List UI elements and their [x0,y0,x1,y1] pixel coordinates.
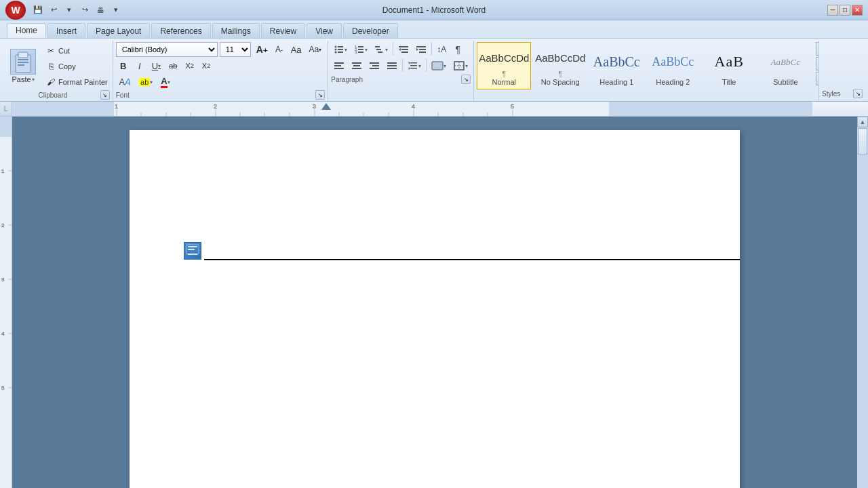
style-subtitle-label: Subtitle [773,78,798,86]
copy-button[interactable]: ⎘ Copy [43,59,110,74]
style-heading2[interactable]: AaBbCc Heading 2 [646,42,700,89]
style-normal[interactable]: AaBbCcDd ¶ Normal [477,42,531,89]
scroll-up-button[interactable]: ▲ [857,117,868,127]
clipboard-expand-button[interactable]: ↘ [100,90,110,100]
style-heading1[interactable]: AaBbCc Heading 1 [589,42,644,89]
paste-button[interactable]: Paste ▾ [5,42,41,90]
svg-rect-90 [188,246,197,247]
main-area: 1 2 3 4 5 ▲ [0,117,868,488]
maximize-button[interactable]: □ [840,5,850,16]
paragraph-row-2: ▾ ▾ ▾ [331,58,471,73]
style-no-spacing-preview: AaBbCcDd [535,45,585,70]
bullets-button[interactable]: ▾ [331,42,350,57]
style-normal-label-area: ¶ Normal [492,70,516,86]
svg-text:1: 1 [115,103,118,110]
style-subtitle-preview: AaBbCc [771,45,800,78]
align-center-button[interactable] [349,58,365,73]
sort-button[interactable]: ↕A [434,42,449,57]
paragraph-group-label: Paragraph [331,76,363,83]
line-spacing-button[interactable]: ▾ [405,58,424,73]
svg-rect-38 [387,65,397,66]
paragraph-separator-3 [402,58,403,72]
vertical-ruler: 1 2 3 4 5 [0,117,12,488]
tab-insert[interactable]: Insert [47,23,85,38]
style-heading1-label: Heading 1 [599,78,633,86]
show-formatting-button[interactable]: ¶ [450,42,465,57]
numbering-button[interactable]: 1.2.3. ▾ [351,42,370,57]
svg-rect-16 [358,52,363,53]
undo-arrow[interactable]: ▾ [62,3,76,17]
styles-footer: Styles ↘ [819,41,865,101]
svg-rect-76 [0,117,12,137]
print-button[interactable]: 🖶 [94,3,107,17]
quick-access-toolbar: 💾 ↩ ▾ ↪ 🖶 ▾ [31,3,123,17]
scroll-track[interactable] [857,127,868,488]
increase-indent-button[interactable] [413,42,429,57]
document-title: Document1 - Microsoft Word [382,5,486,15]
tab-developer[interactable]: Developer [343,23,398,38]
styles-expand-button[interactable]: ↘ [853,89,863,98]
style-no-spacing[interactable]: AaBbCcDd ¶ No Spacing [533,42,587,89]
customize-qa-button[interactable]: ▾ [109,3,123,17]
svg-rect-14 [358,49,363,50]
font-size-select[interactable]: 8910111214161820242836 [220,42,251,57]
tab-references[interactable]: References [151,23,210,38]
ribbon-tabs: Home Insert Page Layout References Maili… [0,20,868,38]
bold-button[interactable]: B [116,58,131,73]
svg-rect-1 [18,52,28,58]
shading-button[interactable]: ▾ [429,58,449,73]
align-left-button[interactable] [331,58,347,73]
subscript-button[interactable]: X2 [182,58,197,73]
style-normal-preview: AaBbCcDd [479,45,529,70]
italic-button[interactable]: I [132,58,147,73]
text-highlight-button[interactable]: ab▾ [136,75,156,89]
document-page[interactable] [130,130,740,488]
font-expand-button[interactable]: ↘ [315,90,325,100]
paragraph-expand-button[interactable]: ↘ [461,75,471,84]
justify-button[interactable] [384,58,400,73]
paste-dropdown-arrow[interactable]: ▾ [32,77,35,83]
style-title[interactable]: AaB Title [702,42,756,89]
decrease-indent-button[interactable] [395,42,412,57]
tab-mailings[interactable]: Mailings [212,23,260,38]
svg-rect-20 [399,46,408,47]
svg-rect-31 [352,62,361,64]
superscript-button[interactable]: X2 [199,58,214,73]
style-normal-label: Normal [492,78,516,86]
clear-format-button[interactable]: Aa [288,42,305,57]
tab-page-layout[interactable]: Page Layout [87,23,150,38]
change-case-button[interactable]: Aa▾ [306,42,326,57]
tab-view[interactable]: View [307,23,342,38]
strikethrough-button[interactable]: ab [165,58,180,73]
text-effects-button[interactable]: AA [116,75,134,89]
format-painter-button[interactable]: 🖌 Format Painter [43,75,110,89]
styles-group: AaBbCcDd ¶ Normal AaBbCcDd ¶ No Spacing [474,41,819,101]
multilevel-list-button[interactable]: ▾ [372,42,391,57]
svg-text:3.: 3. [355,50,358,54]
document-area[interactable] [12,117,857,488]
ruler-corner-button[interactable]: L [0,102,12,117]
borders-button[interactable]: ▾ [450,58,471,73]
redo-button[interactable]: ↪ [78,3,92,17]
font-family-select[interactable]: Calibri (Body) Arial Times New Roman [116,42,218,57]
close-button[interactable]: ✕ [852,5,863,16]
tab-home[interactable]: Home [7,23,46,38]
minimize-button[interactable]: ─ [827,5,838,16]
underline-button[interactable]: U▾ [149,58,164,73]
style-subtitle[interactable]: AaBbCc Subtitle [758,42,812,89]
scroll-thumb[interactable] [858,128,867,155]
ruler-track[interactable]: 1 2 3 4 5 [12,102,868,116]
style-title-label: Title [722,78,736,86]
font-color-button[interactable]: A▾ [157,75,173,89]
office-button[interactable]: W [5,1,26,20]
shrink-font-button[interactable]: A- [272,42,287,57]
undo-button[interactable]: ↩ [47,3,60,17]
grow-font-button[interactable]: A+ [253,42,271,57]
cut-button[interactable]: ✂ Cut [43,43,110,58]
align-right-button[interactable] [366,58,382,73]
style-no-spacing-label: No Spacing [541,78,580,86]
svg-rect-42 [410,68,417,69]
svg-text:2: 2 [1,222,5,228]
save-button[interactable]: 💾 [31,3,45,17]
tab-review[interactable]: Review [261,23,305,38]
